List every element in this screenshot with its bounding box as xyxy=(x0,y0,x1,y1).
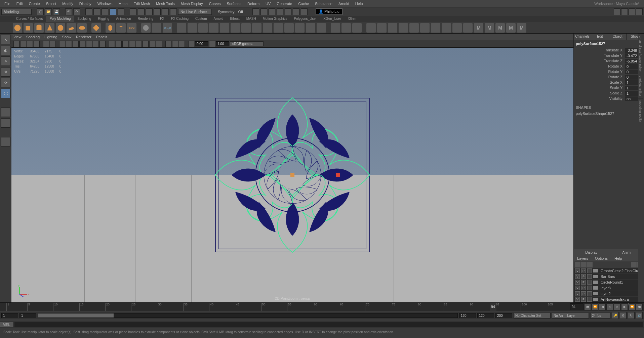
menu-substance[interactable]: Substance xyxy=(312,1,335,7)
loop-icon[interactable]: ↻ xyxy=(628,312,635,319)
go-start-icon[interactable]: ⏮ xyxy=(584,303,591,310)
vp-shaded-icon[interactable] xyxy=(116,41,122,47)
menu-curves[interactable]: Curves xyxy=(206,1,224,7)
sound-icon[interactable]: 🔊 xyxy=(636,312,643,319)
vp-xray-joints-icon[interactable] xyxy=(179,41,185,47)
bridge-icon[interactable] xyxy=(231,23,240,33)
vp-safe-action-icon[interactable] xyxy=(93,41,99,47)
layer-type-toggle[interactable] xyxy=(587,286,592,290)
shelf-tab-polyuser[interactable]: Polygons_User xyxy=(290,16,320,22)
connect-icon[interactable] xyxy=(352,23,362,33)
character-set-dropdown[interactable]: No Character Set xyxy=(514,313,551,319)
layer-row[interactable]: VPBar:Bars xyxy=(574,274,644,280)
layers-options[interactable]: Options xyxy=(592,255,611,261)
panel-view[interactable]: View xyxy=(13,35,22,39)
paint-select-tool[interactable]: ✎ xyxy=(1,56,10,66)
separate-icon[interactable] xyxy=(177,23,186,33)
boolean-int-icon[interactable] xyxy=(209,23,218,33)
layer-row[interactable]: VPlayer2 xyxy=(574,291,644,297)
render-icon[interactable] xyxy=(252,8,259,15)
range-end-extra[interactable] xyxy=(495,313,512,318)
select-face-icon[interactable] xyxy=(102,8,108,15)
layer-up-icon[interactable] xyxy=(581,262,587,267)
make-live-icon[interactable] xyxy=(170,8,177,15)
shelf-tab-mash[interactable]: MASH xyxy=(243,16,259,22)
layer-type-toggle[interactable] xyxy=(587,268,592,273)
vp-safe-title-icon[interactable] xyxy=(99,41,106,47)
subdiv-icon[interactable] xyxy=(252,23,261,33)
step-back-icon[interactable]: ◀ xyxy=(599,303,606,310)
layer-row[interactable]: VPArtNovueauExtra xyxy=(574,297,644,302)
menu-editmesh[interactable]: Edit Mesh xyxy=(130,1,153,7)
soft-select-icon[interactable] xyxy=(141,23,151,33)
fps-dropdown[interactable]: 24 fps xyxy=(590,313,610,319)
quad-draw-icon[interactable] xyxy=(431,23,440,33)
range-start-outer[interactable] xyxy=(1,313,18,318)
vp-grid-icon[interactable] xyxy=(59,41,65,47)
selected-object-name[interactable]: polySurface1527 xyxy=(574,40,644,47)
layer-vis-toggle[interactable]: V xyxy=(575,274,580,279)
poly-cone-icon[interactable] xyxy=(45,23,54,33)
live-surface-field[interactable]: No Live Surface xyxy=(178,9,212,15)
vp-isolate-icon[interactable] xyxy=(165,41,171,47)
vp-textured-icon[interactable] xyxy=(122,41,128,47)
layer-color-swatch[interactable] xyxy=(593,275,598,278)
menu-set-dropdown[interactable]: Modeling xyxy=(1,9,32,15)
outliner-toggle[interactable] xyxy=(1,137,10,146)
vp-exposure-icon[interactable] xyxy=(188,41,194,47)
vp-lock-cam-icon[interactable] xyxy=(20,41,26,47)
vtab-modeling-toolkit[interactable]: Modeling Toolkit xyxy=(638,98,643,124)
layer-play-toggle[interactable]: P xyxy=(581,291,586,296)
vp-grease-icon[interactable] xyxy=(50,41,56,47)
shelf-tab-xgen[interactable]: XGen xyxy=(345,16,360,22)
select-vert-icon[interactable] xyxy=(85,8,92,15)
layer-color-swatch[interactable] xyxy=(593,269,598,272)
vp-gate-mask-icon[interactable] xyxy=(79,41,85,47)
shelf-tab-fxcaching[interactable]: FX Caching xyxy=(168,16,192,22)
layer-color-swatch[interactable] xyxy=(593,281,598,284)
bevel-icon[interactable] xyxy=(241,23,251,33)
mirror-icon[interactable] xyxy=(152,23,161,33)
undo-icon[interactable]: ↶ xyxy=(65,8,72,15)
menu-deform[interactable]: Deform xyxy=(244,1,263,7)
mark-m-3-icon[interactable]: M xyxy=(495,23,505,33)
menu-cache[interactable]: Cache xyxy=(295,1,312,7)
sculpt-3-icon[interactable] xyxy=(388,23,397,33)
command-input[interactable] xyxy=(14,322,643,327)
colorspace-dropdown[interactable]: sRGB gamma xyxy=(230,41,264,46)
mark-m-4-icon[interactable]: M xyxy=(506,23,516,33)
menu-uv[interactable]: UV xyxy=(263,1,274,7)
snap-curve-icon[interactable] xyxy=(138,8,145,15)
menu-create[interactable]: Create xyxy=(26,1,43,7)
vp-film-gate-icon[interactable] xyxy=(66,41,72,47)
account-user[interactable]: 👤 Philip Liu xyxy=(316,8,343,15)
layer-play-toggle[interactable]: P xyxy=(581,280,586,285)
menu-surfaces[interactable]: Surfaces xyxy=(224,1,244,7)
poly-sphere-icon[interactable] xyxy=(13,23,22,33)
ui-toggle-4-icon[interactable] xyxy=(636,8,643,15)
layout-four[interactable] xyxy=(1,118,10,128)
target-weld-icon[interactable] xyxy=(341,23,351,33)
reduce-icon[interactable] xyxy=(274,23,283,33)
layer-vis-toggle[interactable]: V xyxy=(575,291,580,296)
boolean-diff-icon[interactable] xyxy=(198,23,208,33)
light-editor-icon[interactable] xyxy=(285,8,291,15)
menu-select[interactable]: Select xyxy=(43,1,59,7)
current-frame-field[interactable] xyxy=(570,303,583,310)
snap-live-icon[interactable] xyxy=(162,8,169,15)
new-scene-icon[interactable]: ▢ xyxy=(37,8,44,15)
remesh-icon[interactable] xyxy=(284,23,294,33)
layer-add-sel-icon[interactable] xyxy=(631,262,637,267)
shelf-tab-arnold[interactable]: Arnold xyxy=(210,16,227,22)
vtab-attribute-editor[interactable]: Attribute Editor xyxy=(638,74,643,99)
append-icon[interactable] xyxy=(463,23,473,33)
select-uv-icon[interactable] xyxy=(118,8,124,15)
select-tool[interactable]: ↖ xyxy=(1,35,10,44)
menu-edit[interactable]: Edit xyxy=(13,1,26,7)
move-tool[interactable]: ✥ xyxy=(1,67,10,77)
vp-bookmark-icon[interactable] xyxy=(27,41,33,47)
panel-show[interactable]: Show xyxy=(62,35,72,39)
hypershade-icon[interactable] xyxy=(277,8,283,15)
multicut-icon[interactable] xyxy=(331,23,340,33)
layer-row[interactable]: VPCircleRound1 xyxy=(574,280,644,285)
